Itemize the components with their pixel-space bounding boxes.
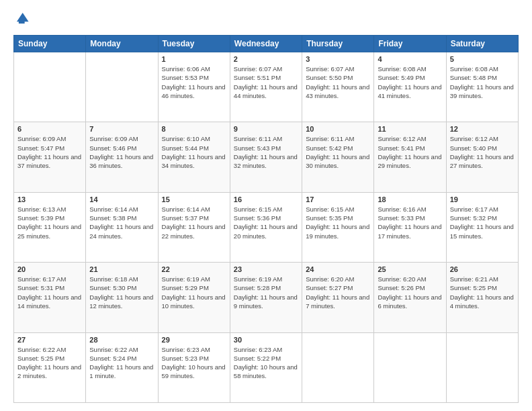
calendar-cell: 24Sunrise: 6:20 AM Sunset: 5:27 PM Dayli… — [302, 263, 374, 332]
dow-header-saturday: Saturday — [446, 36, 518, 52]
day-info: Sunrise: 6:19 AM Sunset: 5:29 PM Dayligh… — [162, 275, 226, 310]
header — [13, 11, 519, 28]
calendar-cell: 29Sunrise: 6:23 AM Sunset: 5:23 PM Dayli… — [158, 332, 230, 402]
calendar-cell: 19Sunrise: 6:17 AM Sunset: 5:32 PM Dayli… — [446, 192, 518, 262]
day-info: Sunrise: 6:07 AM Sunset: 5:51 PM Dayligh… — [234, 64, 298, 100]
calendar-cell: 12Sunrise: 6:12 AM Sunset: 5:40 PM Dayli… — [446, 122, 518, 192]
day-info: Sunrise: 6:23 AM Sunset: 5:23 PM Dayligh… — [162, 345, 226, 381]
day-info: Sunrise: 6:17 AM Sunset: 5:32 PM Dayligh… — [450, 205, 515, 240]
calendar-cell: 6Sunrise: 6:09 AM Sunset: 5:47 PM Daylig… — [14, 122, 86, 192]
day-number: 25 — [378, 265, 442, 273]
calendar-cell: 25Sunrise: 6:20 AM Sunset: 5:26 PM Dayli… — [374, 263, 446, 332]
day-number: 26 — [450, 265, 515, 273]
day-info: Sunrise: 6:08 AM Sunset: 5:48 PM Dayligh… — [450, 64, 515, 100]
calendar-cell: 27Sunrise: 6:22 AM Sunset: 5:25 PM Dayli… — [14, 332, 86, 402]
day-number: 24 — [306, 265, 370, 273]
svg-marker-1 — [19, 19, 25, 24]
day-info: Sunrise: 6:20 AM Sunset: 5:27 PM Dayligh… — [306, 275, 370, 310]
calendar-cell: 5Sunrise: 6:08 AM Sunset: 5:48 PM Daylig… — [446, 52, 518, 122]
day-number: 3 — [306, 55, 370, 63]
dow-header-thursday: Thursday — [302, 36, 374, 52]
day-info: Sunrise: 6:09 AM Sunset: 5:47 PM Dayligh… — [17, 134, 82, 170]
calendar-cell: 8Sunrise: 6:10 AM Sunset: 5:44 PM Daylig… — [158, 122, 230, 192]
day-number: 8 — [162, 125, 226, 133]
day-info: Sunrise: 6:22 AM Sunset: 5:24 PM Dayligh… — [89, 345, 154, 381]
day-info: Sunrise: 6:14 AM Sunset: 5:38 PM Dayligh… — [89, 205, 154, 240]
day-info: Sunrise: 6:20 AM Sunset: 5:26 PM Dayligh… — [378, 275, 442, 310]
day-info: Sunrise: 6:23 AM Sunset: 5:22 PM Dayligh… — [234, 345, 298, 381]
day-number: 15 — [162, 195, 226, 203]
day-number: 28 — [89, 336, 154, 344]
calendar-cell — [374, 332, 446, 402]
calendar-cell: 23Sunrise: 6:19 AM Sunset: 5:28 PM Dayli… — [230, 263, 302, 332]
day-info: Sunrise: 6:22 AM Sunset: 5:25 PM Dayligh… — [17, 345, 82, 381]
dow-header-tuesday: Tuesday — [158, 36, 230, 52]
day-info: Sunrise: 6:06 AM Sunset: 5:53 PM Dayligh… — [162, 64, 226, 100]
day-number: 18 — [378, 195, 442, 203]
dow-header-wednesday: Wednesday — [230, 36, 302, 52]
calendar-cell: 16Sunrise: 6:15 AM Sunset: 5:36 PM Dayli… — [230, 192, 302, 262]
day-number: 27 — [17, 336, 82, 344]
calendar-cell: 28Sunrise: 6:22 AM Sunset: 5:24 PM Dayli… — [86, 332, 158, 402]
dow-header-friday: Friday — [374, 36, 446, 52]
day-number: 29 — [162, 336, 226, 344]
day-number: 22 — [162, 265, 226, 273]
week-row-4: 20Sunrise: 6:17 AM Sunset: 5:31 PM Dayli… — [14, 263, 519, 332]
day-of-week-row: SundayMondayTuesdayWednesdayThursdayFrid… — [14, 36, 519, 52]
calendar-cell: 7Sunrise: 6:09 AM Sunset: 5:46 PM Daylig… — [86, 122, 158, 192]
week-row-2: 6Sunrise: 6:09 AM Sunset: 5:47 PM Daylig… — [14, 122, 519, 192]
day-number: 5 — [450, 55, 515, 63]
day-info: Sunrise: 6:07 AM Sunset: 5:50 PM Dayligh… — [306, 64, 370, 100]
calendar-cell — [446, 332, 518, 402]
day-number: 4 — [378, 55, 442, 63]
calendar-cell: 20Sunrise: 6:17 AM Sunset: 5:31 PM Dayli… — [14, 263, 86, 332]
calendar: SundayMondayTuesdayWednesdayThursdayFrid… — [13, 35, 519, 403]
calendar-body: 1Sunrise: 6:06 AM Sunset: 5:53 PM Daylig… — [14, 52, 519, 403]
week-row-1: 1Sunrise: 6:06 AM Sunset: 5:53 PM Daylig… — [14, 52, 519, 122]
calendar-cell: 14Sunrise: 6:14 AM Sunset: 5:38 PM Dayli… — [86, 192, 158, 262]
day-info: Sunrise: 6:15 AM Sunset: 5:35 PM Dayligh… — [306, 205, 370, 240]
calendar-cell: 13Sunrise: 6:13 AM Sunset: 5:39 PM Dayli… — [14, 192, 86, 262]
day-number: 19 — [450, 195, 515, 203]
calendar-cell: 4Sunrise: 6:08 AM Sunset: 5:49 PM Daylig… — [374, 52, 446, 122]
calendar-cell: 3Sunrise: 6:07 AM Sunset: 5:50 PM Daylig… — [302, 52, 374, 122]
calendar-cell: 18Sunrise: 6:16 AM Sunset: 5:33 PM Dayli… — [374, 192, 446, 262]
day-info: Sunrise: 6:09 AM Sunset: 5:46 PM Dayligh… — [89, 134, 154, 170]
calendar-cell: 9Sunrise: 6:11 AM Sunset: 5:43 PM Daylig… — [230, 122, 302, 192]
day-info: Sunrise: 6:14 AM Sunset: 5:37 PM Dayligh… — [162, 205, 226, 240]
day-number: 16 — [234, 195, 298, 203]
calendar-cell: 15Sunrise: 6:14 AM Sunset: 5:37 PM Dayli… — [158, 192, 230, 262]
calendar-cell: 1Sunrise: 6:06 AM Sunset: 5:53 PM Daylig… — [158, 52, 230, 122]
calendar-cell — [86, 52, 158, 122]
day-info: Sunrise: 6:08 AM Sunset: 5:49 PM Dayligh… — [378, 64, 442, 100]
day-number: 6 — [17, 125, 82, 133]
week-row-3: 13Sunrise: 6:13 AM Sunset: 5:39 PM Dayli… — [14, 192, 519, 262]
day-number: 2 — [234, 55, 298, 63]
day-info: Sunrise: 6:15 AM Sunset: 5:36 PM Dayligh… — [234, 205, 298, 240]
day-info: Sunrise: 6:19 AM Sunset: 5:28 PM Dayligh… — [234, 275, 298, 310]
day-number: 7 — [89, 125, 154, 133]
page: SundayMondayTuesdayWednesdayThursdayFrid… — [0, 0, 532, 411]
calendar-cell: 2Sunrise: 6:07 AM Sunset: 5:51 PM Daylig… — [230, 52, 302, 122]
logo — [13, 11, 31, 28]
day-number: 12 — [450, 125, 515, 133]
calendar-cell: 11Sunrise: 6:12 AM Sunset: 5:41 PM Dayli… — [374, 122, 446, 192]
day-info: Sunrise: 6:12 AM Sunset: 5:40 PM Dayligh… — [450, 134, 515, 170]
calendar-cell: 21Sunrise: 6:18 AM Sunset: 5:30 PM Dayli… — [86, 263, 158, 332]
day-info: Sunrise: 6:13 AM Sunset: 5:39 PM Dayligh… — [17, 205, 82, 240]
dow-header-sunday: Sunday — [14, 36, 86, 52]
day-info: Sunrise: 6:11 AM Sunset: 5:42 PM Dayligh… — [306, 134, 370, 170]
day-info: Sunrise: 6:16 AM Sunset: 5:33 PM Dayligh… — [378, 205, 442, 240]
calendar-cell — [14, 52, 86, 122]
calendar-cell: 30Sunrise: 6:23 AM Sunset: 5:22 PM Dayli… — [230, 332, 302, 402]
day-info: Sunrise: 6:11 AM Sunset: 5:43 PM Dayligh… — [234, 134, 298, 170]
day-info: Sunrise: 6:10 AM Sunset: 5:44 PM Dayligh… — [162, 134, 226, 170]
calendar-cell: 26Sunrise: 6:21 AM Sunset: 5:25 PM Dayli… — [446, 263, 518, 332]
day-number: 23 — [234, 265, 298, 273]
day-number: 11 — [378, 125, 442, 133]
dow-header-monday: Monday — [86, 36, 158, 52]
day-number: 14 — [89, 195, 154, 203]
day-info: Sunrise: 6:12 AM Sunset: 5:41 PM Dayligh… — [378, 134, 442, 170]
day-info: Sunrise: 6:18 AM Sunset: 5:30 PM Dayligh… — [89, 275, 154, 310]
day-number: 30 — [234, 336, 298, 344]
